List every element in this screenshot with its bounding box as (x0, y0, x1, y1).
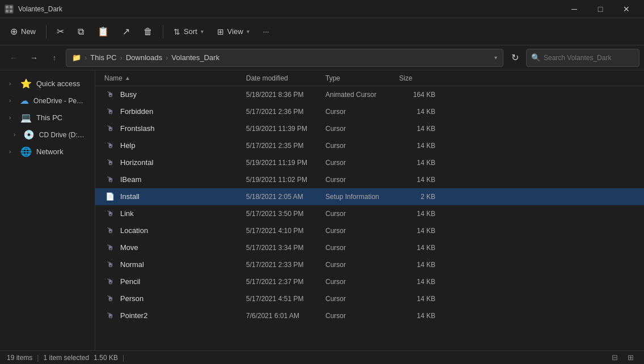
new-button[interactable]: ⊕ New (5, 22, 41, 42)
column-name[interactable]: Name ▲ (104, 74, 246, 82)
sidebar-item-this-pc[interactable]: › 💻 This PC (2, 109, 92, 126)
toolbar: ⊕ New ✂ ⧉ 📋 ↗ 🗑 ⇅ Sort ▾ ⊞ View ▾ ··· (0, 18, 644, 45)
search-icon: 🔍 (531, 53, 540, 62)
search-input[interactable] (544, 54, 634, 62)
cursor-file-icon: 🖱 (104, 311, 116, 320)
table-row[interactable]: 🖱 Busy 5/18/2021 8:36 PM Animated Cursor… (95, 86, 644, 103)
table-row[interactable]: 🖱 Frontslash 5/19/2021 11:39 PM Cursor 1… (95, 120, 644, 137)
sidebar-item-label: Quick access (36, 79, 80, 88)
maximize-button[interactable]: □ (587, 0, 613, 18)
column-size[interactable]: Size (399, 74, 444, 82)
row-size: 14 KB (399, 227, 444, 235)
file-name-label: Help (120, 141, 135, 150)
quick-access-chevron-icon: › (9, 81, 16, 87)
breadcrumb-dropdown-icon[interactable]: ▾ (494, 54, 497, 61)
row-type: Cursor (325, 108, 399, 116)
delete-icon: 🗑 (143, 27, 152, 37)
paste-button[interactable]: 📋 (92, 22, 115, 42)
row-type: Cursor (325, 210, 399, 218)
network-chevron-icon: › (9, 149, 16, 155)
window-icon (5, 5, 14, 14)
svg-rect-2 (6, 10, 9, 12)
row-date: 5/17/2021 2:33 PM (246, 261, 325, 269)
breadcrumb-this-pc[interactable]: This PC (90, 53, 116, 62)
row-name: 🖱 Person (104, 294, 246, 303)
grid-view-button[interactable]: ⊞ (624, 352, 637, 363)
cursor-file-icon: 🖱 (104, 209, 116, 218)
setup-file-icon: 📄 (104, 192, 116, 201)
cut-button[interactable]: ✂ (51, 22, 70, 42)
row-type: Cursor (325, 159, 399, 167)
view-button[interactable]: ⊞ View ▾ (211, 22, 255, 42)
row-date: 5/17/2021 4:51 PM (246, 295, 325, 303)
table-row[interactable]: 🖱 Person 5/17/2021 4:51 PM Cursor 14 KB (95, 290, 644, 307)
share-button[interactable]: ↗ (117, 22, 135, 42)
row-date: 5/19/2021 11:02 PM (246, 176, 325, 184)
sidebar-item-label: This PC (36, 113, 62, 122)
row-type: Setup Information (325, 193, 399, 201)
row-type: Cursor (325, 244, 399, 252)
sort-button[interactable]: ⇅ Sort ▾ (168, 22, 209, 42)
sidebar-item-network[interactable]: › 🌐 Network (2, 143, 92, 160)
table-row[interactable]: 🖱 Pointer2 7/6/2021 6:01 AM Cursor 14 KB (95, 307, 644, 324)
table-row[interactable]: 📄 Install 5/18/2021 2:05 AM Setup Inform… (95, 188, 644, 205)
table-row[interactable]: 🖱 Location 5/17/2021 4:10 PM Cursor 14 K… (95, 222, 644, 239)
search-box[interactable]: 🔍 (526, 49, 639, 67)
sidebar-item-label: OneDrive - Personal (33, 97, 86, 105)
row-size: 14 KB (399, 142, 444, 150)
minimize-button[interactable]: ─ (561, 0, 587, 18)
row-size: 14 KB (399, 261, 444, 269)
row-date: 5/17/2021 3:34 PM (246, 244, 325, 252)
toolbar-separator-2 (163, 25, 163, 39)
row-type: Cursor (325, 312, 399, 320)
column-date-modified[interactable]: Date modified (246, 74, 325, 82)
row-type: Cursor (325, 125, 399, 133)
file-name-label: Horizontal (120, 158, 154, 167)
sidebar-item-cd-drive[interactable]: › 💿 CD Drive (D:) Mobi... (2, 126, 92, 143)
breadcrumb-bar[interactable]: 📁 › This PC › Downloads › Volantes_Dark … (66, 49, 503, 67)
table-row[interactable]: 🖱 Help 5/17/2021 2:35 PM Cursor 14 KB (95, 137, 644, 154)
refresh-button[interactable]: ↻ (506, 49, 524, 67)
sidebar-item-onedrive[interactable]: › ☁ OneDrive - Personal (2, 92, 92, 109)
file-name-label: Install (120, 192, 139, 201)
table-row[interactable]: 🖱 Move 5/17/2021 3:34 PM Cursor 14 KB (95, 239, 644, 256)
breadcrumb-downloads[interactable]: Downloads (126, 53, 162, 62)
table-row[interactable]: 🖱 Horizontal 5/19/2021 11:19 PM Cursor 1… (95, 154, 644, 171)
cursor-file-icon: 🖱 (104, 124, 116, 133)
title-bar: Volantes_Dark ─ □ ✕ (0, 0, 644, 18)
file-name-label: Link (120, 209, 134, 218)
more-button[interactable]: ··· (257, 22, 275, 42)
network-icon: 🌐 (20, 146, 32, 157)
cursor-file-icon: 🖱 (104, 90, 116, 99)
row-name: 🖱 Pointer2 (104, 311, 246, 320)
window-controls[interactable]: ─ □ ✕ (561, 0, 639, 18)
table-row[interactable]: 🖱 IBeam 5/19/2021 11:02 PM Cursor 14 KB (95, 171, 644, 188)
row-name: 🖱 Horizontal (104, 158, 246, 167)
row-name: 🖱 Link (104, 209, 246, 218)
row-date: 5/17/2021 3:50 PM (246, 210, 325, 218)
copy-button[interactable]: ⧉ (72, 22, 90, 42)
table-row[interactable]: 🖱 Normal 5/17/2021 2:33 PM Cursor 14 KB (95, 256, 644, 273)
row-size: 14 KB (399, 176, 444, 184)
status-bar: 19 items | 1 item selected 1.50 KB | ⊟ ⊞ (0, 350, 644, 364)
row-date: 5/17/2021 2:35 PM (246, 142, 325, 150)
back-button[interactable]: ← (5, 49, 23, 67)
table-row[interactable]: 🖱 Forbidden 5/17/2021 2:36 PM Cursor 14 … (95, 103, 644, 120)
up-button[interactable]: ↑ (45, 49, 63, 67)
list-view-button[interactable]: ⊟ (608, 352, 621, 363)
row-type: Cursor (325, 227, 399, 235)
forward-button[interactable]: → (25, 49, 43, 67)
row-name: 🖱 Busy (104, 90, 246, 99)
close-button[interactable]: ✕ (613, 0, 639, 18)
svg-rect-1 (10, 6, 12, 9)
cd-drive-chevron-icon: › (14, 132, 19, 138)
row-date: 5/19/2021 11:19 PM (246, 159, 325, 167)
column-type[interactable]: Type (325, 74, 399, 82)
table-row[interactable]: 🖱 Link 5/17/2021 3:50 PM Cursor 14 KB (95, 205, 644, 222)
file-name-label: Busy (120, 90, 137, 99)
delete-button[interactable]: 🗑 (138, 22, 158, 42)
table-row[interactable]: 🖱 Pencil 5/17/2021 2:37 PM Cursor 14 KB (95, 273, 644, 290)
breadcrumb-current[interactable]: Volantes_Dark (172, 53, 220, 62)
sidebar-item-quick-access[interactable]: › ⭐ Quick access (2, 75, 92, 92)
svg-rect-0 (6, 6, 9, 9)
